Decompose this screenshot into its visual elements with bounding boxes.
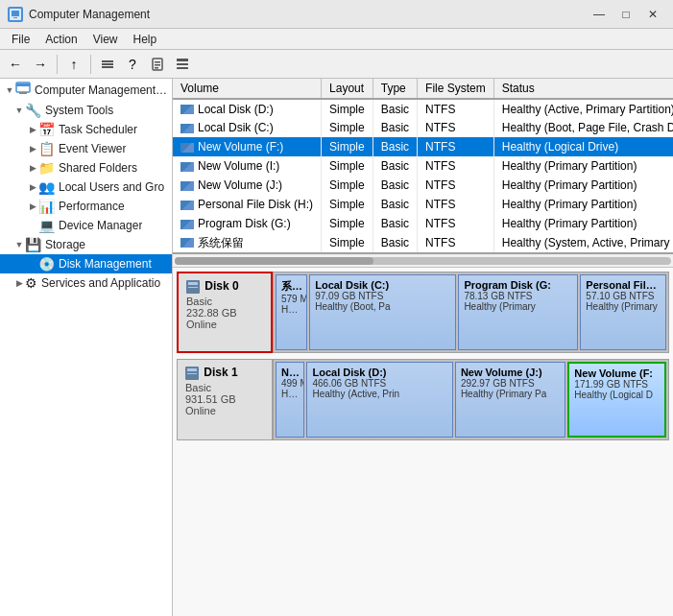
disk-size: 931.51 GB [185,393,264,405]
partition-disk1-0[interactable]: New Vo 499 MB Healthy [276,362,304,438]
menu-file[interactable]: File [4,31,37,48]
cell-layout: Simple [322,195,373,214]
svg-rect-3 [102,60,113,62]
volume-table: Volume Layout Type File System Status Lo… [173,79,673,252]
partition-disk0-0[interactable]: 系统保留 579 MB Healthy [276,274,307,350]
svg-rect-11 [177,63,188,65]
cell-type: Basic [373,99,417,118]
partition-name: Local Disk (D:) [312,367,446,378]
disk-management-arrow [27,259,38,269]
show-hide-button[interactable] [96,53,119,76]
tree-storage[interactable]: ▼ 💾 Storage [0,235,172,254]
back-button[interactable]: ← [4,53,27,76]
cell-status: Healthy (System, Active, Primary Partiti… [493,233,673,252]
close-button[interactable]: ✕ [640,5,665,24]
col-filesystem: File System [418,79,494,99]
forward-button[interactable]: → [29,53,52,76]
table-row[interactable]: New Volume (J:) Simple Basic NTFS Health… [173,176,673,195]
partition-disk1-2[interactable]: New Volume (J:) 292.97 GB NTFS Healthy (… [455,362,565,438]
table-row[interactable]: Local Dsik (C:) Simple Basic NTFS Health… [173,118,673,137]
minimize-button[interactable]: — [587,5,612,24]
tree-system-tools[interactable]: ▼ 🔧 System Tools [0,101,172,120]
volume-icon [180,181,194,191]
svg-rect-5 [102,66,113,68]
table-row[interactable]: 系统保留 Simple Basic NTFS Healthy (System, … [173,233,673,252]
scrollbar-track[interactable] [175,257,671,265]
tree-local-users[interactable]: ▶ 👥 Local Users and Gro [0,178,172,197]
task-scheduler-icon: 📅 [38,122,55,137]
tree-shared-folders[interactable]: ▶ 📁 Shared Folders [0,158,172,178]
table-row[interactable]: Program Disk (G:) Simple Basic NTFS Heal… [173,214,673,233]
menu-help[interactable]: Help [126,31,165,48]
storage-icon: 💾 [25,237,41,252]
maximize-button[interactable]: □ [613,5,638,24]
device-manager-arrow [27,221,38,230]
partition-status: Healthy (Primary [464,301,572,312]
table-row[interactable]: New Volume (F:) Simple Basic NTFS Health… [173,137,673,156]
help-button[interactable]: ? [121,53,144,76]
disk-partitions-disk0: 系统保留 579 MB Healthy Local Dsik (C:) 97.0… [273,272,669,353]
task-scheduler-label: Task Scheduler [59,123,137,136]
disk-management-label: Disk Management [59,257,152,271]
cell-type: Basic [373,137,417,156]
disk-partitions-disk1: New Vo 499 MB Healthy Local Disk (D:) 46… [273,359,669,440]
disk-label-disk1[interactable]: Disk 1 Basic 931.51 GB Online [177,359,273,440]
tree-root[interactable]: ▼ Computer Management (L [0,79,172,101]
tree-device-manager[interactable]: 💻 Device Manager [0,216,172,235]
partition-disk0-2[interactable]: Program Disk (G: 78.13 GB NTFS Healthy (… [458,274,578,350]
cell-type: Basic [373,233,417,252]
partition-status: Healthy [281,389,299,399]
local-users-label: Local Users and Gro [59,180,164,194]
svg-rect-12 [177,67,188,69]
partition-size: 171.99 GB NTFS [574,379,660,390]
toolbar: ← → ↑ ? [0,50,673,79]
horizontal-scrollbar[interactable] [173,254,673,268]
root-icon [15,81,31,99]
local-users-icon: 👥 [38,179,55,195]
title-bar: Computer Management — □ ✕ [0,0,673,29]
partition-size: 78.13 GB NTFS [464,291,572,301]
disk-row: Disk 0 Basic 232.88 GB Online 系统保留 579 M… [177,272,669,353]
partition-disk1-1[interactable]: Local Disk (D:) 466.06 GB NTFS Healthy (… [306,362,452,438]
tree-services[interactable]: ▶ ⚙ Services and Applicatio [0,273,172,293]
app-icon [8,7,23,22]
scrollbar-thumb[interactable] [175,257,373,265]
tree-disk-management[interactable]: 💿 Disk Management [0,254,172,273]
cell-status: Healthy (Primary Partition) [493,176,673,195]
volume-icon [180,162,194,172]
volume-table-wrapper: Volume Layout Type File System Status Lo… [173,79,673,254]
partition-status: Healthy (Primary Pa [461,389,560,399]
up-button[interactable]: ↑ [62,53,85,76]
properties-button[interactable] [146,53,169,76]
menu-view[interactable]: View [85,31,126,48]
partition-disk0-1[interactable]: Local Dsik (C:) 97.09 GB NTFS Healthy (B… [309,274,456,350]
volume-icon [180,238,194,248]
cell-type: Basic [373,118,417,137]
disk-name: Disk 0 [186,279,263,294]
content-area: Volume Layout Type File System Status Lo… [173,79,673,616]
partition-name: Local Dsik (C:) [315,279,450,291]
disk-status: Online [185,405,264,416]
disk-label-disk0[interactable]: Disk 0 Basic 232.88 GB Online [177,272,273,353]
menu-action[interactable]: Action [37,31,84,48]
col-volume: Volume [173,79,322,99]
partition-disk0-3[interactable]: Personal File Dis 57.10 GB NTFS Healthy … [580,274,666,350]
cell-status: Healthy (Boot, Page File, Crash Dump, Pr… [493,118,673,137]
partition-status: Healthy (Logical D [574,390,660,400]
table-row[interactable]: Local Disk (D:) Simple Basic NTFS Health… [173,99,673,118]
table-row[interactable]: New Volume (I:) Simple Basic NTFS Health… [173,156,673,176]
tree-event-viewer[interactable]: ▶ 📋 Event Viewer [0,139,172,158]
disk-row: Disk 1 Basic 931.51 GB Online New Vo 499… [177,359,669,440]
partition-status: Healthy (Active, Prin [312,389,446,399]
table-view-button[interactable] [171,53,194,76]
cell-fs: NTFS [418,214,494,233]
tree-task-scheduler[interactable]: ▶ 📅 Task Scheduler [0,120,172,139]
partition-disk1-3[interactable]: New Volume (F: 171.99 GB NTFS Healthy (L… [567,362,666,438]
performance-arrow: ▶ [27,201,38,211]
tree-performance[interactable]: ▶ 📊 Performance [0,197,172,216]
root-arrow: ▼ [4,85,15,95]
table-row[interactable]: Personal File Disk (H:) Simple Basic NTF… [173,195,673,214]
shared-folders-label: Shared Folders [59,161,137,175]
disk-size: 232.88 GB [186,307,263,319]
svg-rect-1 [12,11,19,16]
